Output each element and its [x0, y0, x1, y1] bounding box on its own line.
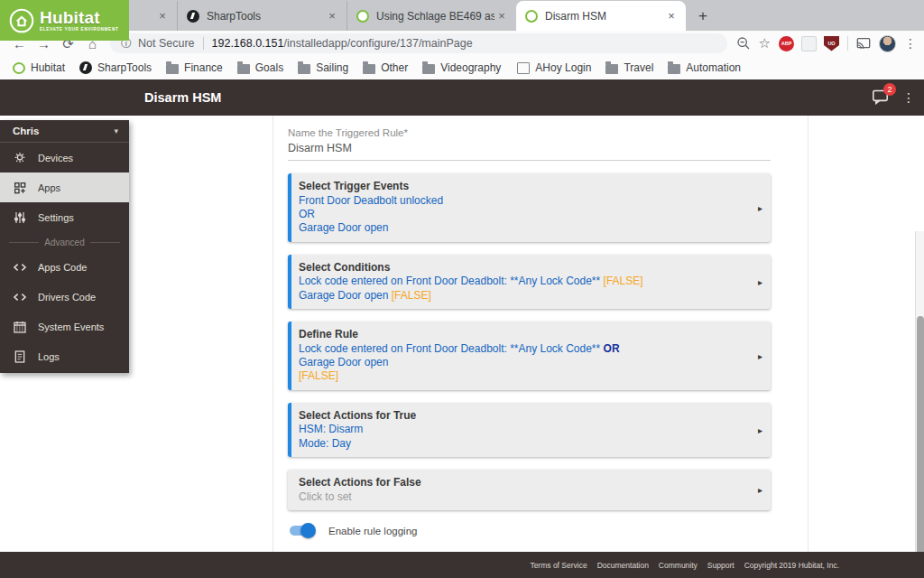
copyright-text: Copyright 2019 Hubitat, Inc. [744, 561, 839, 570]
section-title: Select Conditions [299, 261, 747, 275]
section-text-blue: Lock code entered on Front Door Deadbolt… [299, 275, 604, 287]
bookmark-label: Goals [255, 61, 283, 74]
bookmark-label: Videography [440, 61, 501, 74]
section-line: Lock code entered on Front Door Deadbolt… [299, 275, 747, 288]
disabled-extension-icon[interactable] [801, 36, 817, 51]
section-text-blue: Lock code entered on Front Door Deadbolt… [299, 342, 604, 355]
sidebar-advanced-divider: Advanced [0, 232, 129, 252]
scrollbar-thumb[interactable] [917, 316, 924, 578]
rule-name-input[interactable]: Disarm HSM [288, 142, 771, 161]
section-text-navy: OR [604, 342, 620, 355]
folder-icon [668, 64, 680, 74]
bookmark-videography[interactable]: Videography [419, 60, 508, 76]
browser-tab-disarm-hsm[interactable]: Disarm HSM× [516, 1, 686, 31]
logging-label: Enable rule logging [328, 526, 417, 536]
toolbar-right: ☆ ABPUO ⋮ [736, 35, 917, 52]
section-text-blue: Front Door Deadbolt unlocked [299, 194, 443, 207]
tab-close-icon[interactable]: × [664, 9, 679, 23]
browser-tab-sharptools[interactable]: SharpTools× [177, 1, 346, 31]
folder-icon [422, 64, 435, 74]
sidebar-item-label: Apps [38, 182, 60, 193]
sidebar-item-label: Settings [38, 212, 74, 223]
bookmark-automation[interactable]: Automation [664, 60, 748, 76]
footer-link-support[interactable]: Support [707, 561, 735, 570]
bookmark-travel[interactable]: Travel [602, 60, 661, 76]
section-select-conditions[interactable]: Select ConditionsLock code entered on Fr… [288, 255, 771, 309]
bookmark-sailing[interactable]: Sailing [294, 60, 356, 76]
code-icon [13, 290, 27, 304]
sidebar-item-apps-code[interactable]: Apps Code [0, 252, 129, 282]
tab-close-icon[interactable]: × [325, 9, 339, 23]
sidebar-item-devices[interactable]: Devices [0, 143, 129, 172]
cast-icon[interactable] [856, 36, 871, 51]
browser-menu-icon[interactable]: ⋮ [904, 36, 917, 51]
hubitat-logo[interactable]: Hubitat ELEVATE YOUR ENVIRONMENT [0, 0, 129, 41]
footer-links: Terms of ServiceDocumentationCommunitySu… [530, 561, 734, 570]
sidebar-user-name: Chris [13, 126, 39, 136]
tab-label: SharpTools [207, 10, 325, 23]
app-menu-icon[interactable]: ⋮ [902, 90, 915, 105]
sidebar-item-apps[interactable]: Apps [0, 172, 129, 202]
footer-link-documentation[interactable]: Documentation [597, 561, 649, 570]
zoom-out-icon[interactable] [736, 36, 751, 51]
bookmark-star-icon[interactable]: ☆ [759, 35, 771, 51]
browser-tab-using-schlage-be469-as-my-se[interactable]: Using Schlage BE469 as my se× [346, 1, 516, 31]
logo-tagline: ELEVATE YOUR ENVIRONMENT [40, 28, 118, 33]
security-label: Not Secure [138, 37, 195, 50]
toggle-knob [300, 523, 316, 538]
section-define-rule[interactable]: Define RuleLock code entered on Front Do… [288, 322, 771, 390]
section-text-orange: [FALSE] [392, 289, 431, 302]
address-bar[interactable]: ⓘ Not Secure 192.168.0.151 /installedapp… [110, 33, 727, 53]
bookmark-label: Other [381, 61, 408, 74]
section-title: Select Actions for False [299, 476, 747, 490]
section-title: Select Trigger Events [299, 180, 747, 194]
sidebar-item-drivers-code[interactable]: Drivers Code [0, 282, 129, 312]
section-line: Front Door Deadbolt unlocked [299, 194, 747, 208]
sharptools-favicon-icon [187, 10, 199, 23]
bookmark-sharptools[interactable]: SharpTools [76, 60, 159, 76]
hubitat-icon [13, 62, 25, 74]
bookmark-finance[interactable]: Finance [162, 60, 230, 76]
page-icon [517, 62, 530, 74]
calendar-icon [13, 320, 27, 334]
header-actions: 2 ⋮ [872, 79, 915, 116]
footer-link-terms-of-service[interactable]: Terms of Service [530, 561, 587, 570]
adblock-plus-icon[interactable]: ABP [779, 36, 794, 51]
bookmark-label: Hubitat [31, 61, 65, 74]
notifications-button[interactable]: 2 [872, 89, 890, 106]
sidebar-item-settings[interactable]: Settings [0, 202, 129, 232]
section-select-actions-for-false[interactable]: Select Actions for FalseClick to set▸ [288, 470, 771, 510]
ublock-origin-icon[interactable]: UO [824, 36, 839, 51]
tab-close-icon[interactable]: × [494, 9, 509, 23]
sidebar-user-menu[interactable]: Chris ▾ [0, 120, 129, 143]
scrollbar[interactable] [915, 231, 924, 578]
sidebar-item-logs[interactable]: Logs [0, 341, 129, 371]
section-line: Click to set [299, 490, 747, 504]
bookmark-hubitat[interactable]: Hubitat [9, 60, 72, 76]
tab-label: Using Schlage BE469 as my se [376, 10, 494, 23]
section-title: Define Rule [299, 328, 747, 342]
browser-tab-strip: Apps×SharpTools×Using Schlage BE469 as m… [0, 0, 924, 31]
chevron-down-icon: ▾ [114, 126, 118, 135]
section-select-actions-for-true[interactable]: Select Actions for TrueHSM: DisarmMode: … [288, 403, 771, 457]
logging-toggle[interactable] [290, 526, 313, 536]
tab-label: Disarm HSM [545, 10, 664, 23]
bookmark-other[interactable]: Other [359, 60, 415, 76]
bookmark-label: AHoy Login [535, 61, 591, 74]
sidebar-nav-primary: DevicesAppsSettings [0, 143, 129, 232]
tab-close-icon[interactable]: × [155, 9, 170, 23]
folder-icon [237, 64, 250, 74]
apps-icon [13, 181, 27, 195]
profile-avatar[interactable] [879, 35, 896, 52]
bookmark-ahoy-login[interactable]: AHoy Login [512, 60, 598, 76]
footer-link-community[interactable]: Community [659, 561, 698, 570]
section-select-trigger-events[interactable]: Select Trigger EventsFront Door Deadbolt… [288, 173, 771, 242]
hubitat-favicon-icon [525, 10, 538, 23]
bookmark-goals[interactable]: Goals [234, 60, 291, 76]
folder-icon [166, 64, 179, 74]
sidebar-item-system-events[interactable]: System Events [0, 312, 129, 341]
section-text-orange: [FALSE] [604, 275, 643, 287]
sidebar-item-label: Drivers Code [38, 292, 96, 303]
new-tab-button[interactable]: + [691, 5, 715, 28]
folder-icon [298, 64, 310, 74]
